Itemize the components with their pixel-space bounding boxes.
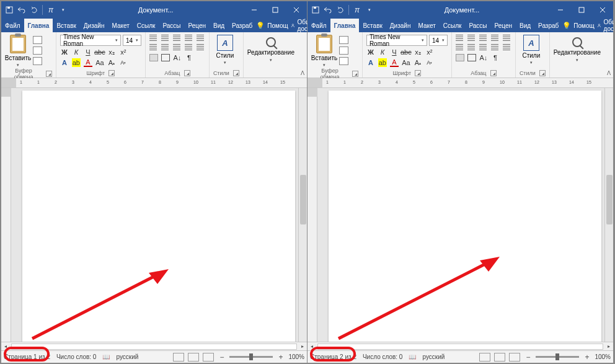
scroll-left-button[interactable]: ◂ bbox=[308, 342, 316, 351]
multilevel-button[interactable] bbox=[479, 35, 488, 42]
horizontal-scrollbar[interactable]: ◂ ▸ bbox=[1, 342, 307, 350]
vertical-ruler[interactable] bbox=[1, 88, 11, 342]
tab-file[interactable]: Файл bbox=[308, 19, 330, 32]
page-status[interactable]: Страница 1 из 2 bbox=[4, 353, 50, 360]
line-spacing-button[interactable] bbox=[503, 44, 511, 51]
language-status[interactable]: русский bbox=[422, 353, 445, 360]
superscript-button[interactable]: x² bbox=[119, 48, 128, 56]
highlight-button[interactable]: ab bbox=[378, 58, 387, 67]
multilevel-button[interactable] bbox=[173, 35, 182, 42]
zoom-in-button[interactable]: + bbox=[583, 353, 591, 362]
word-count[interactable]: Число слов: 0 bbox=[56, 353, 96, 360]
subscript-button[interactable]: x₂ bbox=[414, 48, 422, 56]
cut-icon[interactable] bbox=[339, 36, 348, 44]
font-size-select[interactable]: 14▾ bbox=[429, 35, 448, 46]
shrink-font-button[interactable]: A▾ bbox=[425, 58, 434, 67]
bullets-button[interactable] bbox=[149, 35, 158, 42]
subscript-button[interactable]: x₂ bbox=[107, 48, 116, 56]
tab-insert[interactable]: Вставк bbox=[53, 19, 79, 32]
dialog-launcher-icon[interactable] bbox=[352, 71, 358, 77]
tab-help[interactable]: Помощ bbox=[267, 22, 288, 29]
format-painter-icon[interactable] bbox=[339, 57, 348, 65]
grow-font-button[interactable]: A▴ bbox=[107, 58, 116, 67]
zoom-out-button[interactable]: − bbox=[524, 353, 532, 362]
minimize-button[interactable] bbox=[550, 1, 571, 19]
show-marks-button[interactable]: ¶ bbox=[491, 53, 500, 62]
page-status[interactable]: Страница 2 из 2 bbox=[310, 353, 356, 360]
close-button[interactable] bbox=[286, 1, 307, 19]
styles-button[interactable]: A Стили ▾ bbox=[213, 35, 237, 65]
zoom-in-button[interactable]: + bbox=[277, 353, 285, 362]
language-status[interactable]: русский bbox=[116, 353, 138, 360]
document-canvas[interactable]: 2 bbox=[317, 88, 604, 342]
vertical-scrollbar[interactable] bbox=[604, 88, 613, 342]
text-effects-button[interactable]: A bbox=[366, 58, 375, 67]
equation-icon[interactable]: π bbox=[353, 6, 361, 14]
page[interactable]: 2 bbox=[329, 91, 601, 342]
tab-insert[interactable]: Вставк bbox=[359, 19, 386, 32]
tab-home[interactable]: Главна bbox=[24, 19, 53, 32]
zoom-out-button[interactable]: − bbox=[218, 353, 226, 362]
font-color-button[interactable]: A bbox=[390, 58, 399, 67]
tell-me-icon[interactable]: 💡 bbox=[562, 22, 571, 30]
strike-button[interactable]: abc bbox=[402, 48, 410, 56]
change-case-button[interactable]: Aa bbox=[95, 58, 104, 67]
borders-button[interactable] bbox=[161, 54, 170, 61]
tell-me-icon[interactable]: 💡 bbox=[256, 22, 265, 30]
bullets-button[interactable] bbox=[456, 35, 464, 42]
shrink-font-button[interactable]: A▾ bbox=[119, 58, 128, 67]
share-button[interactable]: Общий доступ bbox=[597, 19, 615, 32]
align-left-button[interactable] bbox=[456, 44, 464, 51]
save-icon[interactable] bbox=[311, 6, 320, 14]
strike-button[interactable]: abc bbox=[95, 48, 104, 56]
dialog-launcher-icon[interactable] bbox=[233, 70, 239, 76]
tab-layout[interactable]: Макет bbox=[414, 19, 439, 32]
tab-view[interactable]: Вид bbox=[516, 19, 534, 32]
save-icon[interactable] bbox=[5, 6, 14, 14]
zoom-slider[interactable] bbox=[536, 356, 579, 358]
tab-home[interactable]: Главна bbox=[330, 19, 360, 32]
print-layout-button[interactable] bbox=[494, 353, 505, 362]
collapse-ribbon-button[interactable]: ᐱ bbox=[604, 32, 613, 78]
tab-design[interactable]: Дизайн bbox=[80, 19, 108, 32]
copy-icon[interactable] bbox=[339, 47, 348, 55]
copy-icon[interactable] bbox=[33, 47, 42, 55]
font-name-select[interactable]: Times New Roman▾ bbox=[60, 35, 121, 46]
bold-button[interactable]: Ж bbox=[60, 48, 69, 56]
tab-mail[interactable]: Рассы bbox=[465, 19, 490, 32]
web-layout-button[interactable] bbox=[509, 353, 520, 362]
justify-button[interactable] bbox=[185, 44, 193, 51]
underline-button[interactable]: Ч bbox=[390, 48, 399, 56]
zoom-level[interactable]: 100% bbox=[595, 353, 611, 360]
scroll-right-button[interactable]: ▸ bbox=[604, 342, 613, 351]
scroll-right-button[interactable]: ▸ bbox=[298, 342, 307, 351]
dialog-launcher-icon[interactable] bbox=[184, 70, 190, 76]
bold-button[interactable]: Ж bbox=[366, 48, 375, 56]
spellcheck-icon[interactable]: 📖 bbox=[409, 353, 416, 360]
close-button[interactable] bbox=[592, 1, 613, 19]
tab-review[interactable]: Рецен bbox=[184, 19, 210, 32]
read-mode-button[interactable] bbox=[173, 353, 184, 362]
word-count[interactable]: Число слов: 0 bbox=[363, 353, 402, 360]
tab-dev[interactable]: Разраб bbox=[534, 19, 562, 32]
sort-button[interactable]: A↓ bbox=[173, 53, 182, 62]
show-marks-button[interactable]: ¶ bbox=[185, 53, 193, 62]
tab-review[interactable]: Рецен bbox=[490, 19, 516, 32]
paste-button[interactable]: Вставить ▾ bbox=[5, 35, 31, 68]
format-painter-icon[interactable] bbox=[33, 57, 42, 65]
horizontal-scrollbar[interactable]: ◂ ▸ bbox=[308, 342, 613, 350]
undo-icon[interactable] bbox=[17, 6, 26, 14]
redo-icon[interactable] bbox=[336, 6, 345, 14]
redo-icon[interactable] bbox=[30, 6, 38, 14]
paste-button[interactable]: Вставить ▾ bbox=[311, 35, 337, 68]
horizontal-ruler[interactable]: 1123456789101112131415 bbox=[1, 78, 307, 88]
collapse-ribbon-button[interactable]: ᐱ bbox=[298, 32, 307, 78]
minimize-button[interactable] bbox=[244, 1, 265, 19]
align-left-button[interactable] bbox=[149, 44, 158, 51]
tab-refs[interactable]: Ссылк bbox=[440, 19, 466, 32]
underline-button[interactable]: Ч bbox=[84, 48, 92, 56]
page[interactable] bbox=[22, 91, 295, 342]
print-layout-button[interactable] bbox=[188, 353, 199, 362]
horizontal-ruler[interactable]: 1123456789101112131415 bbox=[308, 78, 613, 88]
font-name-select[interactable]: Times New Roman▾ bbox=[366, 35, 427, 46]
